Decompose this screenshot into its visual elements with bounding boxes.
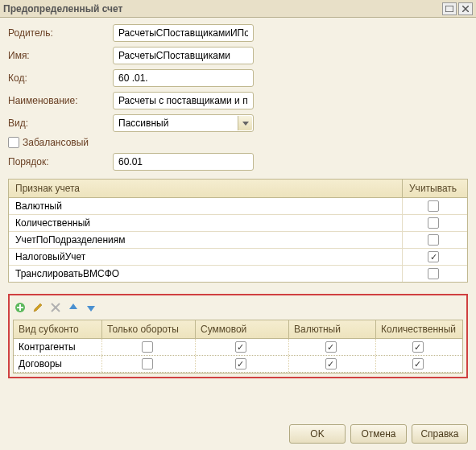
attribute-label: Количественный [9,215,403,231]
grid1-header-use: Учитывать [403,180,467,197]
ok-button[interactable]: OK [289,424,346,444]
move-up-icon[interactable] [66,300,81,315]
order-label: Порядок: [8,156,113,167]
subconto-check-cell [196,356,289,372]
parent-label: Родитель: [8,27,113,39]
table-row: Валютный [9,198,467,215]
attribute-check-cell [403,232,467,248]
grid2-header-col: Валютный [289,320,376,338]
subconto-check-cell [289,339,376,355]
kind-value: Пассивный [118,118,168,129]
grid2-header-col: Количественный [376,320,462,338]
grid1-header-attribute: Признак учета [9,180,403,197]
table-row: Договоры [14,356,462,373]
offbalance-label: Забалансовый [23,137,89,148]
subconto-check-cell [376,356,462,372]
attribute-checkbox[interactable] [428,217,439,229]
cancel-button[interactable]: Отмена [350,424,407,444]
window-title: Предопределенный счет [3,3,442,14]
attribute-checkbox[interactable] [428,200,439,212]
subconto-checkbox[interactable] [142,341,153,353]
subconto-check-cell [196,339,289,355]
name-input[interactable] [113,47,254,64]
table-row: Контрагенты [14,339,462,356]
subconto-check-cell [102,339,196,355]
delete-icon[interactable] [48,300,63,315]
close-button[interactable] [458,2,473,15]
subconto-section: Вид субконтоТолько оборотыСуммовойВалютн… [8,294,468,378]
table-row: УчетПоПодразделениям [9,232,467,249]
titlebar: Предопределенный счет [0,0,476,18]
edit-icon[interactable] [31,300,45,315]
grid2-header-col: Суммовой [196,320,289,338]
attribute-check-cell [403,249,467,265]
name-label: Имя: [8,50,113,61]
subconto-check-cell [289,356,376,372]
accounting-attributes-grid: Признак учета Учитывать ВалютныйКоличест… [8,179,468,283]
table-row: ТранслироватьВМСФО [9,266,467,282]
kind-select[interactable]: Пассивный [113,114,254,132]
offbalance-checkbox[interactable] [8,137,19,148]
order-input[interactable] [113,153,254,171]
subconto-checkbox[interactable] [235,358,246,369]
attribute-check-cell [403,266,467,282]
maximize-button[interactable] [442,2,457,15]
svg-rect-0 [445,6,453,12]
add-icon[interactable] [13,300,27,315]
parent-input[interactable] [113,24,254,42]
attribute-checkbox[interactable] [428,268,439,279]
attribute-label: НалоговыйУчет [9,249,403,265]
attribute-check-cell [403,198,467,214]
table-row: Количественный [9,215,467,232]
attribute-checkbox[interactable] [428,234,439,246]
chevron-down-icon[interactable] [238,116,252,130]
kind-label: Вид: [8,118,113,129]
subconto-toolbar [13,299,463,320]
code-input[interactable] [113,69,254,87]
attribute-checkbox[interactable] [428,251,439,262]
table-row: НалоговыйУчет [9,249,467,266]
subconto-label: Контрагенты [14,339,102,355]
grid2-header-col: Вид субконто [14,320,102,338]
subconto-check-cell [376,339,462,355]
grid2-header-col: Только обороты [102,320,196,338]
subconto-checkbox[interactable] [412,358,424,369]
attribute-label: ТранслироватьВМСФО [9,266,403,282]
attribute-label: УчетПоПодразделениям [9,232,403,248]
attribute-check-cell [403,215,467,231]
move-down-icon[interactable] [84,300,98,315]
subconto-grid: Вид субконтоТолько оборотыСуммовойВалютн… [13,320,463,374]
subconto-checkbox[interactable] [412,341,424,353]
subconto-checkbox[interactable] [325,358,337,369]
subconto-check-cell [102,356,196,372]
dialog-footer: OK Отмена Справка [289,424,468,444]
subconto-label: Договоры [14,356,102,372]
subconto-checkbox[interactable] [325,341,337,353]
code-label: Код: [8,72,113,84]
subconto-checkbox[interactable] [235,341,246,353]
help-button[interactable]: Справка [412,424,468,444]
subconto-checkbox[interactable] [142,358,153,369]
desc-input[interactable] [113,92,254,109]
desc-label: Наименование: [8,95,113,106]
attribute-label: Валютный [9,198,403,214]
